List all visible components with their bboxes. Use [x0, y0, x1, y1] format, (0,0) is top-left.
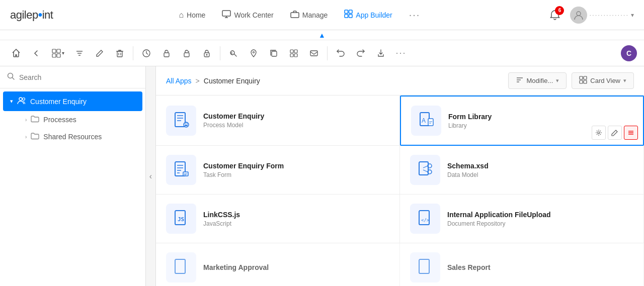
card-title-customer-enquiry: Customer Enquiry [203, 112, 389, 120]
card-icon-customer-enquiry-form [166, 155, 196, 185]
collapse-panel[interactable]: ‹ [146, 66, 156, 286]
card-info-customer-enquiry: Customer Enquiry Process Model [203, 112, 389, 129]
toolbar-home-button[interactable] [7, 44, 25, 62]
toolbar-more-button[interactable]: ··· [392, 44, 410, 62]
sidebar-item-customer-enquiry[interactable]: ▾ Customer Enquiry [3, 91, 142, 111]
card-icon-internal-app-fileupload: </> [410, 204, 440, 234]
logo-text: agilep•int [10, 9, 53, 22]
collapse-button[interactable]: ▲ [318, 31, 326, 39]
card-subtitle-linkcss-js: JavaScript [203, 220, 389, 227]
toolbar-clone-button[interactable] [265, 44, 283, 62]
toolbar-avatar[interactable]: C [621, 45, 637, 61]
card-marketing-approval[interactable]: Marketing Approval [156, 243, 400, 286]
nav-workcenter-label: Work Center [234, 11, 273, 19]
cardview-button[interactable]: Card View ▾ [572, 72, 634, 89]
toolbar-delete-button[interactable] [111, 44, 129, 62]
toolbar-separator-1 [133, 46, 133, 60]
svg-rect-31 [294, 50, 297, 53]
toolbar-grid-button[interactable] [285, 44, 303, 62]
briefcase-icon [290, 10, 299, 20]
search-input[interactable] [19, 73, 138, 81]
card-settings-button[interactable] [592, 126, 606, 140]
user-name: ·············· [589, 11, 629, 19]
toolbar-share-button[interactable] [352, 44, 370, 62]
nav-manage[interactable]: Manage [283, 7, 335, 23]
svg-rect-59 [419, 162, 428, 175]
toolbar-lock-button[interactable] [157, 44, 176, 62]
nav-home-label: Home [187, 11, 205, 19]
svg-point-38 [23, 98, 25, 101]
card-customer-enquiry-form[interactable]: Customer Enquiry Form Task Form [156, 146, 400, 195]
svg-rect-45 [584, 80, 587, 83]
toolbar-email-button[interactable] [305, 44, 323, 62]
toolbar-edit-button[interactable] [91, 44, 109, 62]
card-schema-xsd[interactable]: Schema.xsd Data Model [400, 146, 644, 195]
toolbar-back-button[interactable] [27, 44, 45, 62]
card-customer-enquiry[interactable]: Customer Enquiry Process Model [156, 96, 400, 146]
svg-point-8 [577, 12, 581, 16]
card-title-linkcss-js: LinkCSS.js [203, 211, 389, 219]
search-bar [0, 66, 145, 88]
card-subtitle-customer-enquiry: Process Model [203, 122, 389, 129]
toolbar-unlock-button[interactable] [178, 44, 196, 62]
toolbar-location-button[interactable] [245, 44, 263, 62]
expand-icon-shared: › [25, 134, 27, 140]
sidebar-item-shared-resources[interactable]: › Shared Resources [15, 128, 145, 145]
svg-text:</>: </> [421, 218, 430, 223]
card-sales-report[interactable]: Sales Report [400, 243, 644, 286]
sort-button[interactable]: Modifie... ▾ [508, 72, 567, 89]
svg-rect-11 [52, 54, 56, 57]
card-form-library[interactable]: A Form Library Library [400, 96, 644, 146]
svg-rect-6 [345, 15, 348, 18]
toolbar-undo-button[interactable] [332, 44, 350, 62]
nav-home[interactable]: ⌂ Home [172, 8, 212, 23]
svg-rect-34 [310, 51, 317, 56]
card-more-button[interactable] [624, 126, 638, 140]
svg-rect-52 [428, 119, 433, 126]
svg-point-28 [253, 51, 255, 53]
collapse-panel-button[interactable]: ‹ [149, 172, 152, 181]
card-internal-app-fileupload[interactable]: </> Internal Application FileUpload Docu… [400, 195, 644, 243]
svg-rect-22 [184, 53, 189, 57]
svg-rect-32 [290, 54, 293, 57]
card-icon-schema-xsd [410, 155, 440, 185]
sort-chevron-icon: ▾ [556, 77, 559, 84]
toolbar-export-button[interactable] [372, 44, 390, 62]
nav-more[interactable]: ··· [402, 6, 428, 24]
toolbar-separator-2 [220, 46, 220, 60]
breadcrumb-root[interactable]: All Apps [166, 77, 192, 85]
user-menu[interactable]: ·············· ▾ [570, 7, 634, 24]
view-controls: Modifie... ▾ Card View ▾ [508, 72, 634, 89]
svg-line-63 [423, 170, 428, 172]
folder-icon-processes [31, 115, 39, 124]
folder-icon-shared [31, 132, 39, 141]
toolbar-add-button[interactable]: ▾ [47, 44, 68, 62]
sort-label: Modifie... [527, 77, 553, 84]
toolbar-permission-button[interactable] [224, 44, 243, 62]
sidebar-item-processes[interactable]: › Processes [15, 111, 145, 128]
toolbar: ▾ [0, 40, 644, 66]
sidebar-label-customer-enquiry: Customer Enquiry [30, 98, 87, 106]
svg-rect-12 [57, 54, 60, 57]
home-icon: ⌂ [179, 11, 184, 20]
nav-workcenter[interactable]: Work Center [215, 7, 280, 23]
svg-rect-7 [349, 15, 353, 18]
card-edit-button[interactable] [608, 126, 622, 140]
notification-button[interactable]: 6 [546, 6, 564, 24]
toolbar-history-button[interactable] [137, 44, 155, 62]
main-panel: All Apps > Customer Enquiry Modifie... ▾ [156, 66, 644, 286]
toolbar-sort-button[interactable] [70, 44, 89, 62]
card-linkcss-js[interactable]: JS LinkCSS.js JavaScript [156, 195, 400, 243]
card-icon-form-library: A [411, 106, 441, 136]
sidebar-label-processes: Processes [43, 116, 76, 124]
svg-rect-9 [52, 49, 56, 53]
nav-items: ⌂ Home Work Center Manage [58, 6, 541, 24]
toolbar-lock2-button[interactable] [198, 44, 216, 62]
card-info-marketing-approval: Marketing Approval [203, 263, 389, 271]
cards-grid: Customer Enquiry Process Model A Form Li… [156, 96, 644, 286]
nav-appbuilder[interactable]: App Builder [337, 7, 399, 23]
svg-rect-27 [231, 52, 232, 54]
nav-manage-label: Manage [302, 11, 328, 19]
grid-icon [344, 10, 353, 20]
logo: agilep•int [10, 9, 53, 22]
